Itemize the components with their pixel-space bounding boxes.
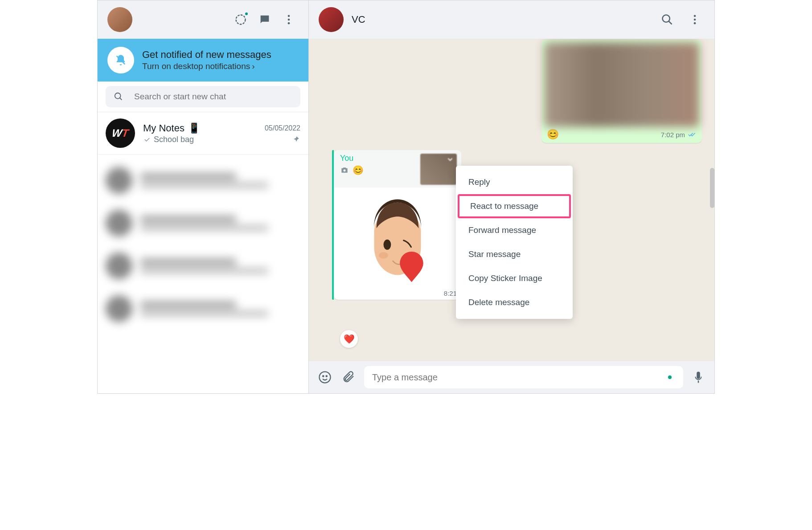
scrollbar-thumb[interactable] xyxy=(710,168,714,208)
notification-subtitle: Turn on desktop notifications › xyxy=(142,61,271,71)
chat-date: 05/05/2022 xyxy=(265,124,300,132)
bell-icon xyxy=(107,47,134,73)
svg-point-18 xyxy=(323,375,324,377)
attach-icon[interactable] xyxy=(340,368,358,386)
svg-point-9 xyxy=(663,15,670,22)
sticker-image xyxy=(334,188,461,300)
blurred-chat-list xyxy=(98,155,308,334)
contact-avatar[interactable] xyxy=(319,7,344,32)
svg-point-4 xyxy=(288,19,290,21)
search-input[interactable] xyxy=(134,92,292,102)
outgoing-meta: 7:02 pm xyxy=(661,131,697,139)
ctx-reply[interactable]: Reply xyxy=(456,170,573,194)
incoming-time: 8:21 xyxy=(444,289,457,297)
message-area: 😊 7:02 pm You 😊 xyxy=(309,39,714,361)
svg-rect-20 xyxy=(698,381,699,383)
svg-point-16 xyxy=(379,252,388,259)
svg-point-17 xyxy=(320,372,331,383)
ctx-react-to-message[interactable]: React to message xyxy=(458,194,571,218)
svg-point-11 xyxy=(694,15,696,17)
composer xyxy=(309,361,714,393)
search-icon xyxy=(114,92,123,102)
ctx-star-message[interactable]: Star message xyxy=(456,242,573,266)
svg-point-14 xyxy=(344,169,346,171)
svg-point-3 xyxy=(288,15,290,17)
notification-banner[interactable]: Get notified of new messages Turn on des… xyxy=(98,39,308,82)
svg-point-0 xyxy=(236,15,246,24)
contact-name[interactable]: VC xyxy=(352,14,365,25)
chat-preview: School bag xyxy=(143,135,194,144)
svg-point-7 xyxy=(115,93,121,99)
ctx-delete-message[interactable]: Delete message xyxy=(456,290,573,314)
camera-icon xyxy=(340,166,349,175)
my-avatar[interactable] xyxy=(107,7,132,32)
svg-point-13 xyxy=(694,22,696,24)
composer-input[interactable] xyxy=(372,372,668,383)
svg-line-10 xyxy=(669,21,672,24)
svg-point-12 xyxy=(694,19,696,21)
chat-list: WT My Notes📱 05/05/2022 School bag xyxy=(98,112,308,393)
sidebar: Get notified of new messages Turn on des… xyxy=(98,0,309,393)
reaction-bubble[interactable]: ❤️ xyxy=(340,330,358,348)
search-wrap xyxy=(98,82,308,112)
app-window: Get notified of new messages Turn on des… xyxy=(97,0,715,394)
reply-sender: You xyxy=(340,154,364,163)
chat-list-item[interactable]: WT My Notes📱 05/05/2022 School bag xyxy=(98,112,308,155)
chevron-right-icon: › xyxy=(252,61,254,71)
chat-avatar: WT xyxy=(106,118,135,148)
outgoing-caption-emoji: 😊 xyxy=(547,129,559,140)
sidebar-header xyxy=(98,0,308,39)
notification-title: Get notified of new messages xyxy=(142,49,271,61)
ctx-forward-message[interactable]: Forward message xyxy=(456,218,573,242)
chat-name: My Notes📱 xyxy=(143,122,200,134)
context-menu: Reply React to message Forward message S… xyxy=(456,166,573,319)
pin-icon xyxy=(291,135,300,144)
svg-rect-2 xyxy=(262,19,265,20)
search-chat-icon[interactable] xyxy=(657,10,677,29)
svg-rect-1 xyxy=(262,17,267,18)
typing-indicator-dot xyxy=(668,375,672,379)
outgoing-image xyxy=(544,42,699,127)
svg-point-15 xyxy=(384,240,391,250)
ctx-copy-sticker-image[interactable]: Copy Sticker Image xyxy=(456,266,573,290)
chat-header: VC xyxy=(309,0,714,39)
svg-point-5 xyxy=(288,22,290,24)
check-icon xyxy=(143,135,151,143)
chevron-down-icon[interactable] xyxy=(446,155,454,163)
outgoing-message[interactable]: 😊 7:02 pm xyxy=(541,40,702,143)
incoming-message[interactable]: You 😊 xyxy=(334,150,461,300)
status-icon[interactable] xyxy=(231,10,250,29)
search-box[interactable] xyxy=(106,86,300,107)
reply-thumbnail xyxy=(420,154,457,185)
read-ticks-icon xyxy=(688,131,697,138)
chat-menu-kebab-icon[interactable] xyxy=(685,10,705,29)
mic-icon[interactable] xyxy=(689,368,707,386)
menu-kebab-icon[interactable] xyxy=(279,10,299,29)
svg-line-8 xyxy=(120,98,122,100)
new-chat-icon[interactable] xyxy=(255,10,275,29)
emoji-icon[interactable] xyxy=(316,368,334,386)
svg-point-19 xyxy=(326,375,328,377)
composer-input-wrap[interactable] xyxy=(364,366,683,388)
chat-pane: VC 😊 7:02 pm xyxy=(309,0,714,393)
